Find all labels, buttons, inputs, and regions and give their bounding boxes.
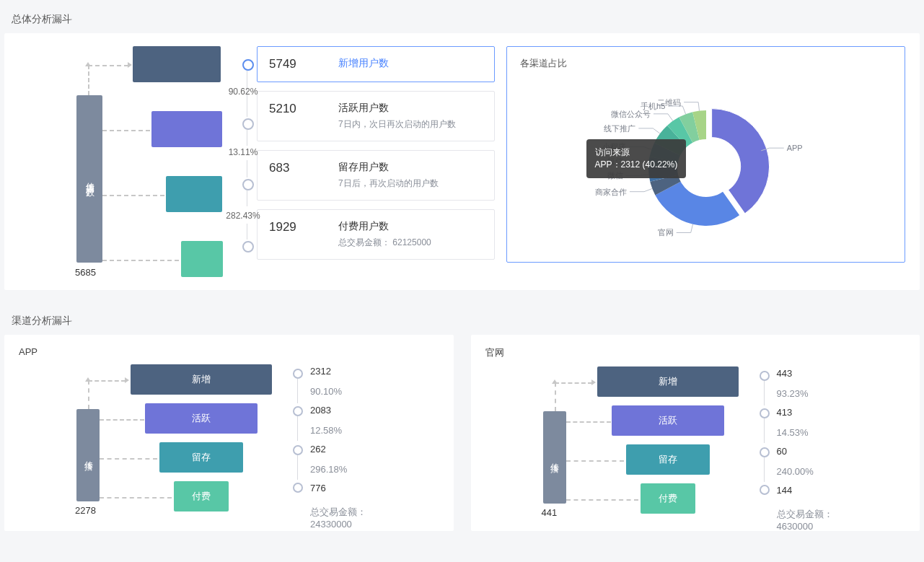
- channel-bar-pay[interactable]: 付费: [174, 481, 229, 511]
- channel-value: 2083: [310, 405, 331, 416]
- tooltip-line: APP：2312 (40.22%): [595, 159, 678, 171]
- metric-value: 1929: [269, 220, 338, 234]
- svg-text:APP: APP: [786, 144, 802, 152]
- spread-value: 5685: [75, 267, 96, 278]
- connector: [102, 130, 150, 131]
- metric-sub: 7日后，再次启动的用户数: [338, 177, 439, 190]
- metric-sub: 7日内，次日再次启动的用户数: [338, 118, 456, 131]
- channel-title: 官网: [485, 346, 906, 359]
- svg-text:二维码: 二维码: [657, 98, 681, 107]
- metric-card-new[interactable]: 5749 新增用户数: [257, 46, 495, 82]
- connector: [102, 260, 179, 261]
- channel-value: 262: [310, 444, 326, 455]
- channel-value: 443: [777, 368, 793, 379]
- channel-bar-active[interactable]: 活跃: [145, 403, 258, 434]
- overall-card: 传播用户数 5685 90.62% 13.11% 282.43%: [4, 33, 920, 290]
- connector: [88, 65, 89, 95]
- channel-card: 官网 传播 441 新增 活跃 留存 付费: [471, 335, 920, 531]
- channel-rate: 296.18%: [310, 464, 347, 475]
- timeline-dot[interactable]: [242, 118, 254, 130]
- metric-list: 5749 新增用户数 5210 活跃用户数7日内，次日再次启动的用户数 683 …: [257, 46, 495, 268]
- channel-spread-bar: 传播: [76, 409, 100, 501]
- channel-value: 2312: [310, 366, 331, 377]
- svg-text:官网: 官网: [657, 228, 673, 237]
- metric-title: 活跃用户数: [338, 102, 456, 115]
- channel-spread-value: 2278: [75, 505, 96, 516]
- channel-bar-active[interactable]: 活跃: [612, 405, 724, 436]
- channel-rate: 240.00%: [777, 466, 814, 477]
- channel-bar-new[interactable]: 新增: [597, 366, 739, 397]
- connector: [102, 195, 164, 196]
- metric-value: 5210: [269, 102, 338, 116]
- metric-card-pay[interactable]: 1929 付费用户数总交易金额： 62125000: [257, 209, 495, 260]
- svg-text:线下推广: 线下推广: [604, 124, 635, 133]
- section-title-overall: 总体分析漏斗: [0, 0, 924, 33]
- funnel-bar-active[interactable]: [151, 111, 222, 147]
- svg-text:微信公众号: 微信公众号: [610, 110, 650, 118]
- channel-bar-retain[interactable]: 留存: [159, 442, 243, 473]
- spread-bar: 传播用户数: [76, 95, 102, 263]
- channel-spread-bar: 传播: [543, 411, 566, 504]
- channel-rate: 14.53%: [777, 427, 809, 438]
- channel-rate: 90.10%: [310, 386, 342, 397]
- timeline-line: [247, 160, 247, 177]
- timeline-line: [247, 190, 247, 206]
- channel-rate: 12.58%: [310, 425, 342, 436]
- rate-label: 90.62%: [218, 87, 268, 97]
- funnel-bar-new[interactable]: [133, 46, 221, 82]
- channel-total: 总交易金额：24330000: [310, 506, 366, 530]
- channel-total: 总交易金额：4630000: [777, 508, 833, 531]
- timeline-line: [247, 130, 247, 146]
- pie-title: 各渠道占比: [520, 57, 892, 70]
- tooltip-title: 访问来源: [595, 146, 678, 159]
- pie-panel: 各渠道占比 APP官网商家合作微信短信小程序线下推广微信公众号手机h5二维码 访…: [506, 46, 905, 263]
- rate-label: 282.43%: [218, 211, 268, 221]
- metric-value: 683: [269, 161, 338, 175]
- funnel-bar-retain[interactable]: [166, 176, 222, 212]
- timeline-line: [247, 104, 247, 117]
- timeline-dot[interactable]: [242, 241, 254, 253]
- channel-rate: 93.23%: [777, 388, 809, 399]
- timeline-dot[interactable]: [242, 179, 254, 190]
- overall-funnel: 传播用户数 5685 90.62% 13.11% 282.43%: [19, 46, 257, 277]
- funnel-bar-pay[interactable]: [181, 241, 223, 277]
- connector: [88, 65, 128, 66]
- channel-value: 413: [777, 407, 793, 418]
- channel-spread-value: 441: [542, 507, 558, 518]
- channel-bar-retain[interactable]: 留存: [626, 444, 710, 475]
- channel-value: 776: [310, 483, 326, 493]
- channel-value: 144: [777, 485, 793, 496]
- metric-card-active[interactable]: 5210 活跃用户数7日内，次日再次启动的用户数: [257, 91, 495, 141]
- arrow-icon: [128, 62, 132, 68]
- metric-card-retain[interactable]: 683 留存用户数7日后，再次启动的用户数: [257, 150, 495, 201]
- metric-sub: 总交易金额： 62125000: [338, 236, 431, 249]
- channel-funnel: 传播 441 新增 活跃 留存 付费: [485, 366, 695, 518]
- svg-text:商家合作: 商家合作: [595, 188, 627, 196]
- channel-bar-new[interactable]: 新增: [131, 364, 272, 395]
- metric-title: 留存用户数: [338, 161, 439, 174]
- pie-tooltip: 访问来源 APP：2312 (40.22%): [586, 139, 687, 178]
- funnel-timeline: 90.62% 13.11% 282.43%: [237, 46, 258, 277]
- metric-title: 付费用户数: [338, 220, 431, 233]
- channel-value: 60: [777, 446, 787, 457]
- metric-title: 新增用户数: [338, 57, 389, 70]
- rate-label: 13.11%: [218, 147, 268, 157]
- metric-value: 5749: [269, 57, 338, 71]
- section-title-channels: 渠道分析漏斗: [0, 302, 924, 335]
- channel-funnel: 传播 2278 新增 活跃 留存 付费: [19, 364, 228, 516]
- pie-chart[interactable]: APP官网商家合作微信短信小程序线下推广微信公众号手机h5二维码 访问来源 AP…: [540, 74, 872, 262]
- channel-title: APP: [19, 346, 439, 357]
- channel-bar-pay[interactable]: 付费: [641, 483, 695, 514]
- timeline-line: [247, 224, 247, 240]
- timeline-dot[interactable]: [242, 59, 254, 71]
- channel-card: APP 传播 2278 新增 活跃 留存 付费: [4, 335, 454, 531]
